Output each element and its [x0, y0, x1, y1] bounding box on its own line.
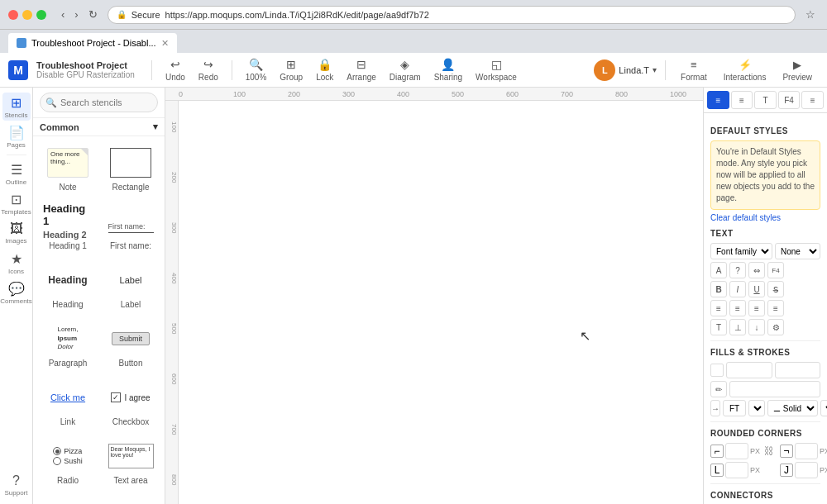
pages-button[interactable]: 📄 Pages [2, 122, 31, 150]
text-align-left-btn[interactable]: A [710, 262, 727, 278]
forward-button[interactable]: › [71, 7, 81, 22]
images-button[interactable]: 🖼 Images [2, 219, 31, 247]
close-button[interactable] [8, 10, 18, 20]
bold-btn[interactable]: B [710, 281, 727, 297]
link-label: Link [60, 417, 75, 426]
rp-icon-f4[interactable]: F4 [778, 91, 801, 109]
zoom-button[interactable]: 🔍 100% [241, 55, 272, 84]
stencil-item-heading[interactable]: Heading Heading [40, 260, 96, 312]
radio-label: Radio [57, 476, 79, 485]
canvas[interactable]: ↖ [179, 101, 703, 504]
corner-tr-input[interactable] [795, 443, 818, 459]
search-input[interactable] [40, 93, 158, 112]
rp-icon-lines2[interactable]: ≡ [731, 91, 753, 109]
strikethrough-btn[interactable]: S̶ [767, 281, 784, 297]
stroke-size-input[interactable] [723, 400, 746, 416]
underline-btn[interactable]: U [748, 281, 765, 297]
rp-icon-lines1[interactable]: ≡ [707, 91, 729, 109]
preview-button[interactable]: ▶ Preview [776, 56, 819, 84]
align-justify-btn[interactable]: ≡ [767, 300, 784, 316]
format-button[interactable]: ≡ Format [674, 56, 714, 84]
bookmark-button[interactable]: ☆ [802, 7, 819, 22]
stencil-item-heading1[interactable]: Heading 1Heading 2 Heading 1 [40, 202, 96, 254]
stroke-end-select[interactable]: ▾ [820, 400, 827, 416]
support-button[interactable]: ? Support [2, 471, 31, 499]
stroke-edit-btn[interactable]: ✏ [710, 381, 727, 397]
align-right-btn[interactable]: ≡ [748, 300, 765, 316]
text-valign-row: T ⊥ ↓ ⚙ [710, 319, 820, 335]
arrange-button[interactable]: ⊟ Arrange [342, 55, 381, 84]
lock-button[interactable]: 🔒 Lock [311, 55, 338, 84]
stencils-button[interactable]: ⊞ Stencils [2, 93, 31, 121]
text-settings-btn[interactable]: ⚙ [767, 319, 784, 335]
workspace-button[interactable]: ◱ Workspace [471, 55, 522, 84]
stencil-item-label[interactable]: Label Label [103, 260, 159, 312]
clear-default-styles-link[interactable]: Clear default styles [710, 213, 820, 222]
corner-bl-icon[interactable]: L [710, 464, 724, 477]
valign-top-btn[interactable]: T [710, 319, 727, 335]
icons-button[interactable]: ★ Icons [2, 249, 31, 277]
text-spacing-btn[interactable]: ⇔ [748, 262, 765, 278]
note-label: Note [59, 183, 76, 192]
corner-tr-icon[interactable]: ¬ [780, 445, 793, 458]
corner-tl-input[interactable] [725, 443, 748, 459]
font-family-select[interactable]: Font family [710, 243, 772, 259]
stroke-style-btn[interactable]: → [710, 400, 720, 416]
corner-tl-icon[interactable]: ⌐ [710, 445, 724, 458]
address-bar[interactable]: 🔒 Secure https://app.moqups.com/Linda.T/… [108, 6, 796, 24]
interactions-button[interactable]: ⚡ Interactions [717, 56, 773, 84]
valign-bottom-btn[interactable]: ↓ [748, 319, 765, 335]
stroke-type-select[interactable]: ⚊ Solid [767, 400, 818, 416]
divider-3 [710, 483, 820, 484]
back-button[interactable]: ‹ [58, 7, 68, 22]
maximize-button[interactable] [36, 10, 46, 20]
align-center-btn[interactable]: ≡ [729, 300, 746, 316]
stencil-item-checkbox[interactable]: ✓ I agree Checkbox [103, 378, 159, 430]
fill-opacity-1[interactable] [726, 362, 772, 378]
fill-opacity-2[interactable] [775, 362, 821, 378]
tab-close-button[interactable]: ✕ [161, 38, 169, 49]
stencil-item-note[interactable]: One more thing... Note [40, 143, 96, 195]
stencil-search-area: 🔍 [33, 88, 165, 118]
category-collapse-icon[interactable]: ▾ [153, 121, 158, 132]
refresh-button[interactable]: ↻ [85, 7, 101, 22]
corner-br-icon[interactable]: J [780, 464, 793, 477]
corner-bl-unit: PX [750, 466, 760, 474]
user-dropdown-icon[interactable]: ▾ [653, 65, 657, 74]
group-button[interactable]: ⊞ Group [275, 55, 308, 84]
stroke-unit-select[interactable]: ▾ [748, 400, 765, 416]
rp-icon-text[interactable]: T [754, 91, 777, 109]
corner-link-icon[interactable]: ⛓ [762, 445, 776, 458]
stencil-item-firstname[interactable]: First name: First name: [103, 202, 159, 254]
diagram-button[interactable]: ◈ Diagram [385, 55, 426, 84]
stencil-item-combobox[interactable]: Select▾ Combo box [103, 495, 159, 504]
redo-button[interactable]: ↪ Redo [194, 55, 223, 84]
sharing-button[interactable]: 👤 Sharing [429, 55, 467, 84]
stroke-input[interactable] [729, 381, 820, 397]
templates-button[interactable]: ⊡ Templates [2, 189, 31, 217]
valign-middle-btn[interactable]: ⊥ [729, 319, 746, 335]
font-style-select[interactable]: None [775, 243, 820, 259]
corner-bl-input[interactable] [725, 462, 748, 478]
stencil-item-textarea[interactable]: Dear Moqups, I love you! Text area [103, 436, 159, 488]
rp-icon-lines3[interactable]: ≡ [801, 91, 824, 109]
url-text: https://app.moqups.com/Linda.T/iQ1j2i8Rd… [165, 10, 429, 20]
minimize-button[interactable] [22, 10, 32, 20]
stencil-item-link[interactable]: Click me Link [40, 378, 96, 430]
italic-btn[interactable]: I [729, 281, 746, 297]
fill-color-swatch[interactable] [710, 364, 724, 377]
outline-button[interactable]: ☰ Outline [2, 159, 31, 188]
stencil-item-lorem[interactable]: Lorem, IpsumDolor Paragraph [40, 319, 96, 371]
active-tab[interactable]: Troubleshoot Project - Disabl... ✕ [8, 33, 177, 53]
stencil-item-rectangle[interactable]: Rectangle [103, 143, 159, 195]
align-left-btn[interactable]: ≡ [710, 300, 727, 316]
text-f4-btn[interactable]: F4 [767, 262, 784, 278]
stencil-item-submit[interactable]: Submit Button [103, 319, 159, 371]
comments-button[interactable]: 💬 Comments [2, 278, 31, 307]
corner-br-input[interactable] [795, 462, 818, 478]
text-size-btn[interactable]: ? [729, 262, 746, 278]
stencil-item-textinput[interactable]: John Doe Text input [40, 495, 96, 504]
text-size-row: A ? ⇔ F4 [710, 262, 820, 278]
stencil-item-radio[interactable]: Pizza Sushi Radio [40, 436, 96, 488]
undo-button[interactable]: ↩ Undo [160, 55, 190, 84]
